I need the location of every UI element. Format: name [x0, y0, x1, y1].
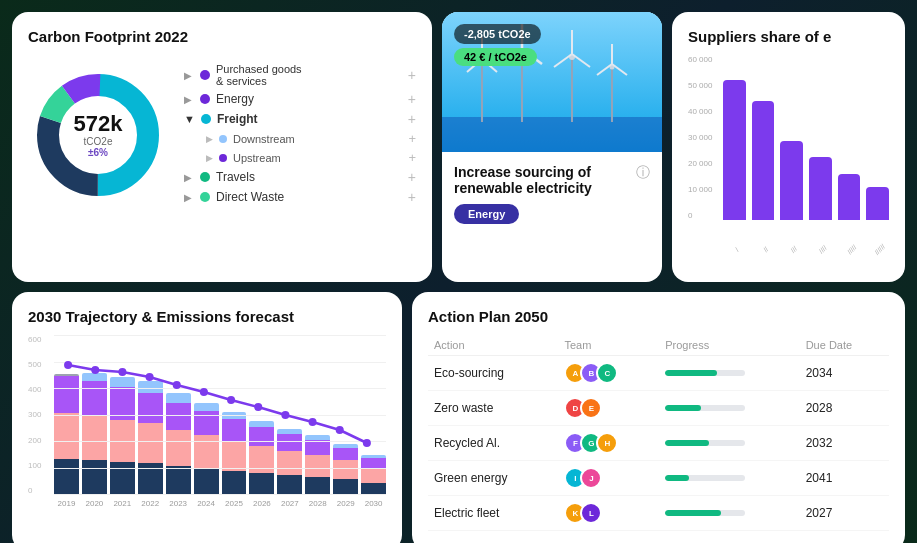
svg-point-31 [200, 388, 208, 396]
trajectory-title: 2030 Trajectory & Emissions forecast [28, 308, 386, 325]
svg-point-32 [227, 396, 235, 404]
avatar: C [596, 362, 618, 384]
svg-point-29 [146, 373, 154, 381]
add-icon-upstream[interactable]: + [408, 150, 416, 165]
table-row: Eco-sourcing A B C 2034 [428, 356, 889, 391]
action-table: Action Team Progress Due Date Eco-sourci… [428, 335, 889, 531]
action-name: Eco-sourcing [428, 356, 558, 391]
bar-1 [723, 80, 746, 220]
suppliers-card: Suppliers share of e 60 000 50 000 40 00… [672, 12, 905, 282]
renewable-badge-2: 42 € / tCO2e [454, 48, 537, 66]
bar-2 [752, 101, 775, 220]
add-icon-2[interactable]: + [408, 91, 416, 107]
renewable-badge-1: -2,805 tCO2e [454, 24, 541, 44]
svg-point-34 [281, 411, 289, 419]
renewable-image: -2,805 tCO2e 42 € / tCO2e [442, 12, 662, 152]
svg-point-26 [64, 361, 72, 369]
avatar: J [580, 467, 602, 489]
svg-point-30 [173, 381, 181, 389]
col-team: Team [558, 335, 659, 356]
progress-fill [665, 440, 709, 446]
table-row: Green energy I J 2041 [428, 461, 889, 496]
add-icon-1[interactable]: + [408, 67, 416, 83]
action-plan-title: Action Plan 2050 [428, 308, 889, 325]
donut-change: ±6% [74, 147, 123, 158]
legend-label-2: Energy [216, 92, 254, 106]
suppliers-title: Suppliers share of e [688, 28, 889, 45]
avatar: H [596, 432, 618, 454]
bar-6 [866, 187, 889, 220]
avatar-group: D E [564, 397, 653, 419]
progress-bar [665, 440, 745, 446]
carbon-legend: ▶ Purchased goods& services + ▶ Energy +… [184, 63, 416, 205]
legend-label-3: Freight [217, 112, 258, 126]
col-progress: Progress [659, 335, 799, 356]
col-duedate: Due Date [800, 335, 889, 356]
svg-point-33 [254, 403, 262, 411]
energy-tag[interactable]: Energy [454, 204, 519, 224]
renewable-card: -2,805 tCO2e 42 € / tCO2e ⓘ Increase sou… [442, 12, 662, 282]
svg-point-37 [363, 439, 371, 447]
carbon-footprint-card: Carbon Footprint 2022 [12, 12, 432, 282]
add-icon-3[interactable]: + [408, 111, 416, 127]
renewable-title: Increase sourcing of renewable electrici… [454, 164, 650, 196]
legend-label-5: Travels [216, 170, 255, 184]
svg-rect-5 [442, 117, 662, 152]
action-name: Recycled Al. [428, 426, 558, 461]
due-date: 2041 [800, 461, 889, 496]
progress-fill [665, 405, 701, 411]
action-plan-card: Action Plan 2050 Action Team Progress Du… [412, 292, 905, 543]
legend-label-1: Purchased goods& services [216, 63, 302, 87]
info-icon[interactable]: ⓘ [636, 164, 650, 182]
carbon-title: Carbon Footprint 2022 [28, 28, 416, 45]
svg-point-35 [309, 418, 317, 426]
progress-bar [665, 405, 745, 411]
action-name: Green energy [428, 461, 558, 496]
donut-chart: 572k tCO2e ±6% [28, 65, 168, 205]
avatar-group: A B C [564, 362, 653, 384]
due-date: 2032 [800, 426, 889, 461]
action-name: Electric fleet [428, 496, 558, 531]
progress-fill [665, 475, 689, 481]
due-date: 2027 [800, 496, 889, 531]
donut-value: 572k [74, 112, 123, 136]
add-icon-6[interactable]: + [408, 189, 416, 205]
avatar-group: F G H [564, 432, 653, 454]
progress-bar [665, 510, 745, 516]
bar-5 [838, 174, 861, 220]
avatar: L [580, 502, 602, 524]
donut-unit: tCO2e [74, 136, 123, 147]
legend-label-6: Direct Waste [216, 190, 284, 204]
bar-3 [780, 141, 803, 220]
table-row: Recycled Al. F G H 2032 [428, 426, 889, 461]
progress-fill [665, 370, 717, 376]
add-icon-downstream[interactable]: + [408, 131, 416, 146]
table-row: Electric fleet K L 2027 [428, 496, 889, 531]
progress-bar [665, 475, 745, 481]
table-row: Zero waste D E 2028 [428, 391, 889, 426]
action-name: Zero waste [428, 391, 558, 426]
avatar: E [580, 397, 602, 419]
svg-point-36 [336, 426, 344, 434]
progress-fill [665, 510, 721, 516]
add-icon-5[interactable]: + [408, 169, 416, 185]
due-date: 2028 [800, 391, 889, 426]
col-action: Action [428, 335, 558, 356]
trajectory-card: 2030 Trajectory & Emissions forecast 600… [12, 292, 402, 543]
legend-label-upstream: Upstream [233, 152, 281, 164]
avatar-group: I J [564, 467, 653, 489]
svg-point-28 [118, 368, 126, 376]
progress-bar [665, 370, 745, 376]
avatar-group: K L [564, 502, 653, 524]
due-date: 2034 [800, 356, 889, 391]
bar-4 [809, 157, 832, 220]
legend-label-downstream: Downstream [233, 133, 295, 145]
